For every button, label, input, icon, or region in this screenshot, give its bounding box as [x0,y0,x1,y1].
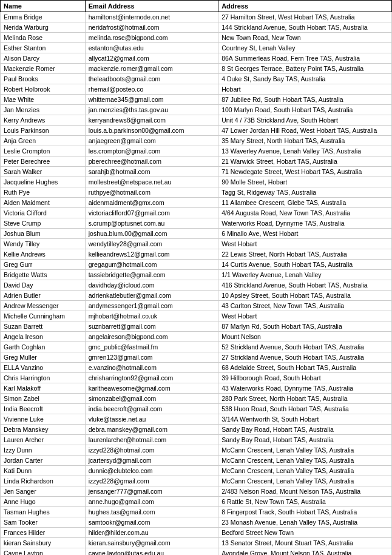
cell-address: Sandy Bay Road, Hobart TAS, Australia [218,425,392,435]
cell-name: ELLA Vanzino [1,363,86,373]
cell-address: 1/1 Waverley Avenue, Lenah Valley [218,270,392,280]
cell-name: Michelle Cunningham [1,311,86,321]
cell-address: Courtney St, Lenah Valley [218,43,392,53]
cell-address: 538 Huon Road, South Hobart TAS, Austral… [218,404,392,414]
cell-address: New Town Road, New Town [218,33,392,43]
cell-email: joshua.blum.00@gmail.com [85,229,218,239]
cell-email: louis.a.b.parkinson00@gmail.com [85,126,218,136]
cell-name: Emma Bridge [1,12,86,22]
cell-email: chrisharrington92@gmail.com [85,373,218,383]
header-email: Email Address [85,1,218,12]
cell-name: Angela Ireson [1,332,86,342]
table-row: Paul Brookstheleadboots@gmail.com4 Duke … [1,74,392,84]
cell-name: Cayne Layton [1,548,86,556]
table-row: Jen Sangerjensanger777@gmail.com2/483 Ne… [1,486,392,497]
cell-address: 10 Apsley Street, South Hobart TAS, Aust… [218,291,392,301]
cell-email: andymessenger1@gmail.com [85,301,218,311]
cell-name: Andrew Messenger [1,301,86,311]
table-row: India Beecroftindia.beecroft@gmail.com53… [1,404,392,414]
cell-name: Victoria Clifford [1,208,86,218]
cell-email: ruthpye@hotmail.com [85,187,218,198]
table-row: Mackenzie Romermackenzie.romer@gmail.com… [1,64,392,74]
table-row: Aiden Maidmentaidenmaidment@gmx.com11 Al… [1,198,392,208]
table-row: Debra Manskeydebra.manskey@gmail.comSand… [1,425,392,435]
cell-email: india.beecroft@gmail.com [85,404,218,414]
cell-address: 11 Allambee Crescent, Glebe TAS, Austral… [218,198,392,208]
cell-email: kerryandrews8@gmail.com [85,115,218,126]
cell-email: dunnic@clubtelco.com [85,466,218,476]
cell-email: hughes.tas@gmail.com [85,507,218,517]
table-row: Sarah Walkersarahjb@hotmail.com71 Newdeg… [1,167,392,177]
table-row: Vivienne Lukevluke@tassie.net.au3/14A We… [1,414,392,425]
cell-name: Ruth Pye [1,187,86,198]
cell-address: 13 Senator Street, Mount Stuart TAS, Aus… [218,538,392,548]
cell-name: Suzan Barrett [1,321,86,332]
table-row: Chris Harringtonchrisharrington92@gmail.… [1,373,392,383]
cell-name: Greg Muller [1,352,86,363]
table-row: Sam Tookersamtookr@gmail.com23 Monash Av… [1,517,392,528]
cell-address: 100 Marlyn Road, South Hobart TAS, Austr… [218,105,392,115]
cell-name: Steve Crump [1,218,86,229]
cell-address: 280 Park Street, North Hobart TAS, Austr… [218,394,392,404]
cell-name: Alison Darcy [1,53,86,64]
cell-name: Joshua Blum [1,229,86,239]
cell-address: 52 Strickland Avenue, South Hobart TAS, … [218,342,392,352]
cell-name: Mae White [1,95,86,105]
table-row: Jordan Carterjcartersyd@gmail.comMcCann … [1,456,392,466]
cell-email: karltheawesome@gmail.com [85,383,218,394]
table-row: Wendy Tilleywendytilley28@gmail.comWest … [1,239,392,249]
cell-email: mjhobart@hotmail.co.uk [85,311,218,321]
cell-name: Frances Hilder [1,528,86,538]
cell-email: hilder@hilder.com.au [85,528,218,538]
table-row: Mae Whitewhittemae345@gmail.com87 Jubile… [1,95,392,105]
cell-name: Lauren Archer [1,435,86,445]
table-row: Cayne Laytoncayne.layton@utas.edu.auAvon… [1,548,392,556]
cell-email: tassiebridgette@gmail.com [85,270,218,280]
cell-address: 4 Duke St, Sandy Bay TAS, Australia [218,74,392,84]
cell-name: India Beecroft [1,404,86,414]
cell-email: debra.manskey@gmail.com [85,425,218,435]
table-row: Anja Greenanjaegreen@gmail.com35 Mary St… [1,136,392,146]
cell-address: McCann Crescent, Lenah Valley TAS, Austr… [218,445,392,456]
cell-address: 14 Curtis Avenue, South Hobart TAS, Aust… [218,260,392,270]
table-row: Victoria Cliffordvictoriaclifford07@gmai… [1,208,392,218]
cell-name: Greg Gurr [1,260,86,270]
cell-email: cayne.layton@utas.edu.au [85,548,218,556]
table-row: Steve Crumps.crump@optusnet.com.auWaterw… [1,218,392,229]
cell-email: wendytilley28@gmail.com [85,239,218,249]
table-row: Simon Zabelsimonzabel@gmail.com280 Park … [1,394,392,404]
cell-address: 13 Waverley Avenue, Lenah Valley TAS, Au… [218,146,392,156]
cell-address: 6 Minallo Ave, West Hobart [218,229,392,239]
cell-email: davidhday@icloud.com [85,280,218,291]
cell-address: 87 Marlyn Rd, South Hobart TAS, Australi… [218,321,392,332]
cell-email: sarahjb@hotmail.com [85,167,218,177]
cell-address: West Hobart [218,239,392,249]
cell-name: Garth Coghlan [1,342,86,352]
cell-address: 86A Summerleas Road, Fern Tree TAS, Aust… [218,53,392,64]
cell-email: izzyd228@gmail.com [85,476,218,486]
table-row: Bridgette Wattstassiebridgette@gmail.com… [1,270,392,280]
cell-email: estanton@utas.edu [85,43,218,53]
cell-name: Aiden Maidment [1,198,86,208]
cell-email: allycat12@gmail.com [85,53,218,64]
table-row: Nerida Warburgneridafrost@hotmail.com144… [1,22,392,33]
cell-address: 3/14A Wentworth St, South Hobart [218,414,392,425]
cell-name: kieran Sainsbury [1,538,86,548]
cell-email: jcartersyd@gmail.com [85,456,218,466]
cell-name: Debra Manskey [1,425,86,435]
table-row: Melinda Rosemelinda.rose@bigpond.comNew … [1,33,392,43]
table-row: Peter Berechreepberechree@hotmail.com21 … [1,156,392,167]
header-address: Address [218,1,392,12]
cell-name: Melinda Rose [1,33,86,43]
table-row: Tasman Hugheshughes.tas@gmail.com8 Finge… [1,507,392,517]
cell-name: Jan Menzies [1,105,86,115]
cell-name: Tasman Hughes [1,507,86,517]
cell-name: Izzy Dunn [1,445,86,456]
cell-address: McCann Crescent, Lenah Valley TAS, Austr… [218,466,392,476]
cell-name: Sam Tooker [1,517,86,528]
cell-address: 68 Adelaide Street, South Hobart TAS, Au… [218,363,392,373]
cell-email: e.vanzino@hotmail.com [85,363,218,373]
cell-name: Adrien Butler [1,291,86,301]
table-row: Andrew Messengerandymessenger1@gmail.com… [1,301,392,311]
cell-name: Anja Green [1,136,86,146]
